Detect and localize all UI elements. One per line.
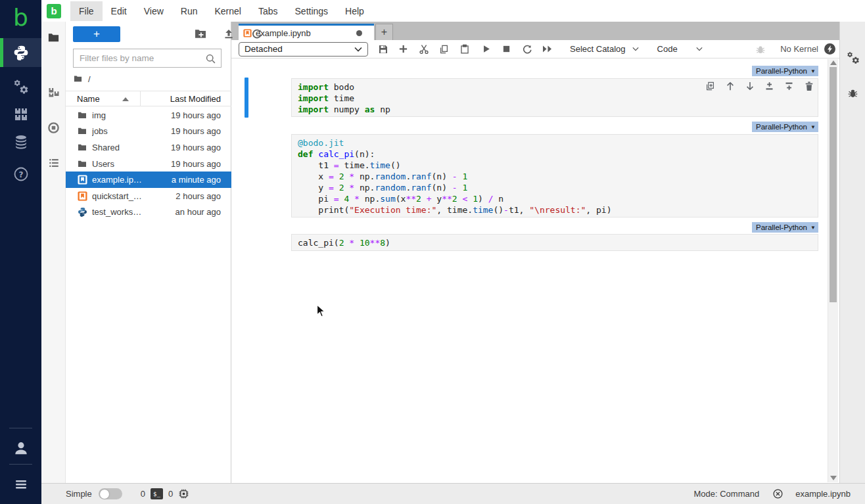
- file-row-shared[interactable]: Shared 19 hours ago: [66, 139, 231, 156]
- upload-icon[interactable]: [223, 28, 234, 39]
- save-button[interactable]: [377, 44, 388, 55]
- code-cell-2[interactable]: @bodo.jitdef calc_pi(n): t1 = time.time(…: [291, 134, 818, 218]
- cell-kernel-label: Parallel-Python: [756, 123, 807, 131]
- move-cell-down-icon[interactable]: [744, 80, 755, 91]
- debugger-tab[interactable]: [840, 83, 865, 103]
- status-bar: Simple 0 $_ 0 Mode: Command example.ipyn…: [41, 483, 865, 504]
- sidebar-item-workspaces[interactable]: [0, 100, 41, 129]
- simple-mode-toggle[interactable]: [99, 488, 122, 499]
- file-row-test-workspace[interactable]: test_works… an hour ago: [66, 204, 231, 221]
- scroll-down-arrow[interactable]: [830, 476, 837, 480]
- property-inspector-tab[interactable]: [840, 48, 865, 68]
- home-folder-icon[interactable]: [73, 74, 83, 83]
- kernel-count[interactable]: 0: [168, 489, 173, 499]
- column-divider: [140, 91, 141, 106]
- kernel-indicator-icon[interactable]: [824, 43, 835, 55]
- file-row-img[interactable]: img 19 hours ago: [66, 107, 231, 124]
- blocks-icon: [48, 86, 60, 98]
- file-row-quickstart[interactable]: quickstart_… 2 hours ago: [66, 188, 231, 204]
- insert-cell-above-icon[interactable]: [764, 80, 775, 91]
- cell-kernel-dropdown[interactable]: Parallel-Python▼: [752, 66, 818, 76]
- sessions-tab[interactable]: [41, 82, 66, 102]
- new-folder-icon[interactable]: [195, 28, 206, 39]
- file-modified: an hour ago: [175, 207, 221, 217]
- status-filename[interactable]: example.ipynb: [795, 489, 851, 499]
- paste-cells-button[interactable]: [459, 44, 470, 55]
- filter-files-input[interactable]: [74, 49, 221, 67]
- cut-cells-button[interactable]: [418, 44, 429, 55]
- file-list-header: Name Last Modified: [66, 91, 231, 106]
- column-last-modified[interactable]: Last Modified: [170, 94, 221, 104]
- menu-edit[interactable]: Edit: [103, 1, 135, 21]
- copy-cells-button[interactable]: [438, 44, 450, 55]
- run-all-cells-button[interactable]: [542, 45, 553, 53]
- sidebar-item-notebooks[interactable]: [0, 38, 41, 67]
- toggle-knob: [100, 490, 109, 499]
- svg-text:?: ?: [18, 170, 23, 179]
- gears-icon: [12, 78, 30, 95]
- refresh-icon[interactable]: [251, 28, 262, 39]
- select-catalog-dropdown[interactable]: Select Catalog: [570, 44, 626, 54]
- chevron-down-icon: ▼: [810, 124, 816, 130]
- menu-settings[interactable]: Settings: [287, 1, 337, 21]
- sidebar-item-settings[interactable]: [0, 72, 41, 101]
- cell-type-dropdown[interactable]: Code: [657, 44, 678, 54]
- sidebar-item-catalogs[interactable]: [0, 127, 41, 156]
- scrollbar-thumb[interactable]: [830, 67, 837, 302]
- unsaved-changes-dot[interactable]: [356, 30, 362, 36]
- insert-cell-below-icon[interactable]: [783, 80, 795, 91]
- sidebar-item-help[interactable]: ?: [0, 160, 41, 189]
- code-cell-3[interactable]: calc_pi(2 * 10**8): [291, 234, 818, 251]
- kernel-status-label[interactable]: No Kernel: [780, 44, 818, 54]
- sort-ascending-icon: [122, 97, 129, 101]
- tab-bar: example.ipynb +: [231, 22, 839, 40]
- running-kernels-tab[interactable]: [41, 118, 66, 137]
- cell-toolbar: [705, 80, 814, 91]
- table-of-contents-tab[interactable]: [41, 153, 66, 173]
- sidebar-item-menu[interactable]: [0, 470, 41, 499]
- file-row-jobs[interactable]: jobs 19 hours ago: [66, 124, 231, 140]
- terminal-icon: $_: [151, 488, 163, 499]
- vertical-scrollbar[interactable]: [828, 59, 838, 482]
- right-panel-strip: [839, 22, 865, 483]
- menu-kernel[interactable]: Kernel: [206, 1, 249, 21]
- cell-kernel-dropdown[interactable]: Parallel-Python▼: [752, 122, 818, 132]
- move-cell-up-icon[interactable]: [724, 80, 736, 91]
- menu-file[interactable]: File: [70, 1, 103, 21]
- chevron-down-icon: [354, 47, 362, 52]
- new-launcher-button[interactable]: +: [73, 26, 120, 42]
- duplicate-cell-icon[interactable]: [705, 80, 716, 91]
- debugger-bug-icon[interactable]: [755, 44, 766, 55]
- column-name[interactable]: Name: [77, 94, 100, 104]
- breadcrumb-root[interactable]: /: [88, 74, 91, 84]
- hamburger-icon: [13, 476, 29, 492]
- python-icon: [13, 45, 29, 60]
- kernel-select-dropdown[interactable]: Detached: [239, 42, 368, 57]
- interrupt-kernel-button[interactable]: [501, 45, 512, 53]
- insert-cell-button[interactable]: [398, 44, 409, 54]
- new-tab-button[interactable]: +: [375, 24, 393, 40]
- restart-kernel-button[interactable]: [521, 44, 532, 55]
- sidebar-item-account[interactable]: [0, 434, 41, 463]
- folder-icon: [77, 110, 87, 120]
- cell-kernel-dropdown[interactable]: Parallel-Python▼: [752, 222, 818, 233]
- file-name: Shared: [92, 143, 171, 152]
- list-icon: [48, 157, 60, 169]
- mode-indicator[interactable]: Mode: Command: [693, 489, 759, 499]
- search-icon: [205, 53, 216, 64]
- file-browser-tab[interactable]: [41, 28, 66, 47]
- menu-tabs[interactable]: Tabs: [250, 1, 287, 21]
- file-name: Users: [92, 159, 171, 169]
- menu-help[interactable]: Help: [337, 1, 373, 21]
- menu-view[interactable]: View: [135, 1, 172, 21]
- menu-run[interactable]: Run: [172, 1, 206, 21]
- file-row-users[interactable]: Users 19 hours ago: [66, 156, 231, 172]
- kernel-select-value: Detached: [245, 44, 283, 54]
- run-cell-button[interactable]: [480, 44, 492, 54]
- file-row-example-selected[interactable]: example.ip… a minute ago: [66, 172, 231, 188]
- terminal-count[interactable]: 0: [141, 489, 145, 499]
- delete-cell-icon[interactable]: [803, 80, 814, 91]
- file-modified: 19 hours ago: [171, 110, 221, 120]
- panel-tab-strip: [41, 22, 66, 483]
- scroll-up-arrow[interactable]: [830, 60, 837, 65]
